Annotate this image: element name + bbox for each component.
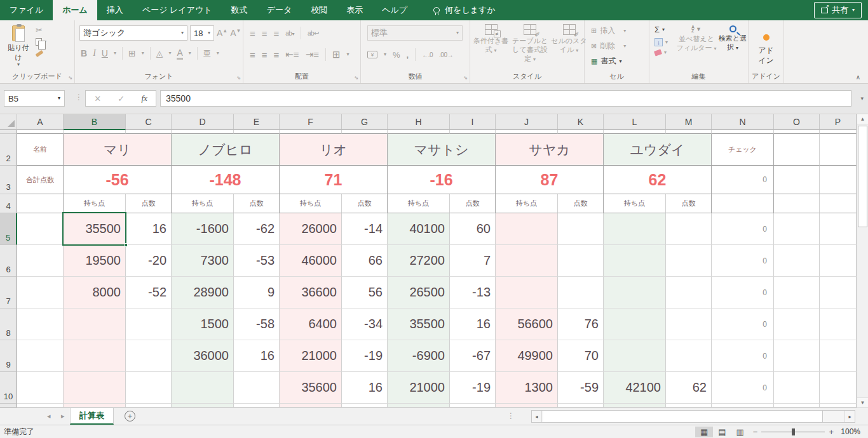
enter-button[interactable]: ✓: [118, 94, 125, 103]
dialog-launcher-icon[interactable]: ⇘: [236, 75, 241, 81]
cell-J8[interactable]: 56600: [496, 309, 558, 340]
cell-name-マリ[interactable]: マリ: [64, 134, 172, 166]
cell-A10[interactable]: [17, 372, 64, 404]
cell-F7[interactable]: 36600: [280, 277, 342, 309]
cell-G9[interactable]: -19: [342, 340, 388, 372]
col-header-F[interactable]: F: [280, 114, 342, 130]
format-as-table-button[interactable]: ✐ テーブルとして書式設定 ▾: [509, 24, 551, 63]
cell-P5[interactable]: [820, 213, 857, 245]
cell-N6[interactable]: 0: [712, 245, 774, 277]
cell-L4[interactable]: 持ち点: [604, 194, 666, 213]
cell-P10[interactable]: [820, 372, 857, 404]
paste-button[interactable]: 貼り付け ▾: [5, 25, 32, 67]
cell-I9[interactable]: -67: [450, 340, 496, 372]
sheet-tab-active[interactable]: 計算表: [70, 408, 114, 425]
cell-O6[interactable]: [774, 245, 820, 277]
name-box[interactable]: B5▾: [4, 90, 65, 107]
col-header-N[interactable]: N: [712, 114, 774, 130]
cell-F9[interactable]: 21000: [280, 340, 342, 372]
cell-total-2[interactable]: -148: [172, 166, 280, 194]
col-header-C[interactable]: C: [126, 114, 172, 130]
cell-F4[interactable]: 持ち点: [280, 194, 342, 213]
zoom-slider[interactable]: [761, 432, 825, 432]
cell-P2[interactable]: [820, 134, 857, 166]
ribbon-tab-4[interactable]: 数式: [222, 0, 257, 20]
cell-C9[interactable]: [126, 340, 172, 372]
cell-B6[interactable]: 19500: [64, 245, 126, 277]
expand-formula-bar-icon[interactable]: ▾: [860, 95, 864, 102]
cell-A2[interactable]: 名前: [17, 134, 64, 166]
align-left-icon[interactable]: ≡: [250, 50, 255, 60]
orientation-button[interactable]: ab▾: [285, 30, 294, 37]
cell-G6[interactable]: 66: [342, 245, 388, 277]
copy-button[interactable]: ▾: [36, 38, 46, 46]
underline-button[interactable]: U: [102, 48, 108, 58]
prev-sheet-icon[interactable]: ◂: [47, 412, 51, 420]
cell-C7[interactable]: -52: [126, 277, 172, 309]
font-size-select[interactable]: 18▾: [190, 25, 214, 41]
cell-N3[interactable]: 0: [712, 166, 774, 194]
cell-J6[interactable]: [496, 245, 558, 277]
page-layout-view-icon[interactable]: ▤: [713, 427, 731, 437]
cell-D9[interactable]: 36000: [172, 340, 234, 372]
col-header-A[interactable]: A: [17, 114, 64, 130]
wrap-text-button[interactable]: ab↩: [308, 30, 319, 37]
decrease-decimal-button[interactable]: .00→: [439, 51, 453, 58]
cell-name-リオ[interactable]: リオ: [280, 134, 388, 166]
cell-F8[interactable]: 6400: [280, 309, 342, 340]
cell-C8[interactable]: [126, 309, 172, 340]
cell-O5[interactable]: [774, 213, 820, 245]
cell-F5[interactable]: 26000: [280, 213, 342, 245]
cell-E9[interactable]: 16: [234, 340, 280, 372]
cell-J10[interactable]: 1300: [496, 372, 558, 404]
cell-name-ユウダイ[interactable]: ユウダイ: [604, 134, 712, 166]
cell-N10[interactable]: 0: [712, 372, 774, 404]
align-bottom-icon[interactable]: ≡: [274, 28, 280, 39]
col-header-I[interactable]: I: [450, 114, 496, 130]
shrink-font-button[interactable]: A▼: [230, 28, 241, 38]
cell-C4[interactable]: 点数: [126, 194, 172, 213]
cell-H4[interactable]: 持ち点: [388, 194, 450, 213]
scroll-left-icon[interactable]: ◂: [532, 411, 542, 422]
fill-button[interactable]: ↓▾: [654, 38, 668, 46]
cell-P9[interactable]: [820, 340, 857, 372]
italic-button[interactable]: I: [93, 48, 96, 58]
cell-I10[interactable]: -19: [450, 372, 496, 404]
col-header-J[interactable]: J: [496, 114, 558, 130]
row-header-4[interactable]: 4: [0, 194, 17, 213]
collapse-ribbon-icon[interactable]: ∧: [856, 74, 860, 81]
font-name-select[interactable]: 游ゴシック▾: [79, 25, 187, 41]
cell-M8[interactable]: [666, 309, 712, 340]
cell-H6[interactable]: 27200: [388, 245, 450, 277]
ribbon-tab-2[interactable]: 挿入: [97, 0, 133, 20]
ribbon-tab-8[interactable]: ヘルプ: [372, 0, 417, 20]
increase-decimal-button[interactable]: ←.0: [422, 51, 433, 58]
fill-color-button[interactable]: ◬: [156, 48, 163, 58]
row-header-8[interactable]: 8: [0, 309, 17, 340]
cell-D6[interactable]: 7300: [172, 245, 234, 277]
bold-button[interactable]: B: [81, 48, 87, 58]
vertical-scroll-thumb[interactable]: [858, 126, 867, 227]
cell-B7[interactable]: 8000: [64, 277, 126, 309]
accounting-format-button[interactable]: ¥: [367, 51, 377, 58]
grow-font-button[interactable]: A▲: [217, 28, 227, 38]
sort-filter-button[interactable]: AZ▼ 並べ替えとフィルター ▾: [676, 25, 717, 53]
ribbon-tab-6[interactable]: 校閲: [301, 0, 337, 20]
cell-K4[interactable]: 点数: [558, 194, 604, 213]
cell-A9[interactable]: [17, 340, 64, 372]
cell-M4[interactable]: 点数: [666, 194, 712, 213]
zoom-out-button[interactable]: −: [749, 427, 762, 437]
zoom-slider-thumb[interactable]: [792, 428, 795, 435]
cell-N2[interactable]: チェック: [712, 134, 774, 166]
cell-O9[interactable]: [774, 340, 820, 372]
cell-N7[interactable]: 0: [712, 277, 774, 309]
next-sheet-icon[interactable]: ▸: [61, 412, 65, 420]
cell-styles-button[interactable]: ✐ セルのスタイル ▾: [551, 24, 587, 63]
cell-G4[interactable]: 点数: [342, 194, 388, 213]
cell-P4[interactable]: [820, 194, 857, 213]
autosum-button[interactable]: Σ▾: [654, 25, 668, 34]
page-break-view-icon[interactable]: ▥: [731, 427, 749, 437]
cell-B10[interactable]: [64, 372, 126, 404]
cell-K7[interactable]: [558, 277, 604, 309]
cell-K6[interactable]: [558, 245, 604, 277]
